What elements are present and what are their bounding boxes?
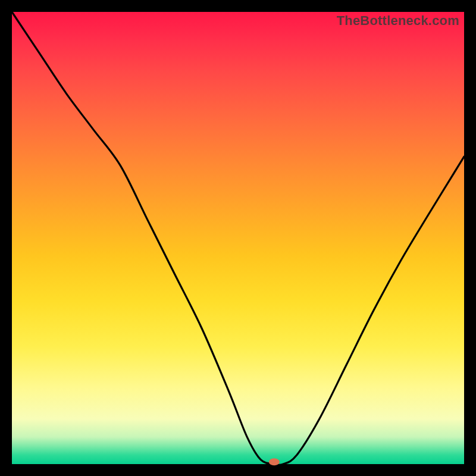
optimal-point-marker (269, 458, 280, 465)
bottleneck-curve-svg (12, 12, 464, 464)
bottleneck-curve-path (12, 12, 464, 465)
chart-frame: TheBottleneck.com (12, 12, 464, 464)
watermark-text: TheBottleneck.com (337, 13, 459, 29)
